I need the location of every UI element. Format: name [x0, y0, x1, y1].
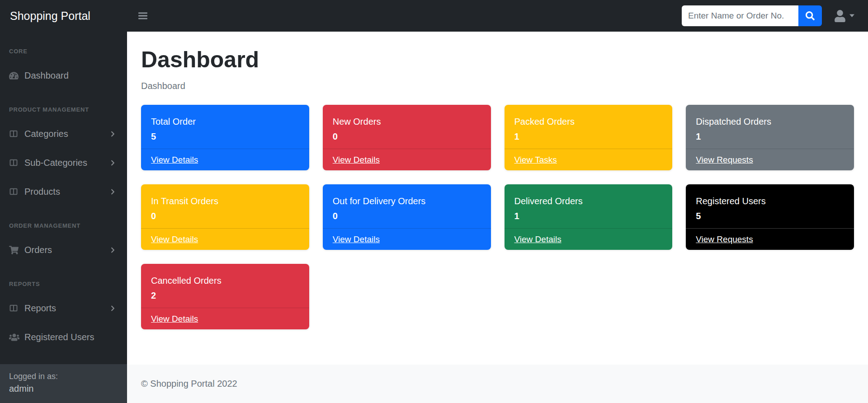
card-title: In Transit Orders: [151, 196, 299, 207]
card-body: In Transit Orders 0: [141, 184, 309, 228]
sidebar-item-label: Registered Users: [24, 332, 94, 342]
sidebar-item-label: Reports: [24, 303, 56, 314]
view-details-link[interactable]: View Details: [151, 234, 198, 244]
bars-icon: [138, 12, 148, 20]
main-area: Dashboard Dashboard Total Order 5 View D…: [127, 0, 868, 403]
user-dropdown[interactable]: [835, 10, 854, 22]
card-value: 0: [333, 211, 481, 221]
search-icon: [806, 11, 815, 20]
chevron-right-icon: [109, 188, 116, 195]
search-button[interactable]: [798, 5, 822, 26]
card-packed-orders: Packed Orders 1 View Tasks: [505, 105, 673, 170]
user-icon: [835, 10, 845, 22]
summary-cards-grid: Total Order 5 View Details New Orders 0 …: [141, 105, 854, 329]
chevron-right-icon: [109, 247, 116, 253]
card-cancelled-orders: Cancelled Orders 2 View Details: [141, 264, 309, 329]
card-footer: View Requests: [686, 149, 854, 170]
card-value: 1: [696, 131, 844, 142]
view-details-link[interactable]: View Details: [514, 234, 561, 244]
navbar-search: [682, 5, 822, 26]
card-title: Packed Orders: [514, 116, 663, 127]
sidebar-item-label: Categories: [24, 129, 68, 139]
card-value: 1: [514, 211, 663, 221]
card-in-transit-orders: In Transit Orders 0 View Details: [141, 184, 309, 250]
sidebar-item-dashboard[interactable]: Dashboard: [0, 61, 127, 90]
card-body: Total Order 5: [141, 105, 309, 149]
card-body: Out for Delivery Orders 0: [323, 184, 491, 228]
card-value: 0: [333, 131, 481, 142]
card-new-orders: New Orders 0 View Details: [323, 105, 491, 170]
sidebar-heading-product-management: PRODUCT MANAGEMENT: [0, 90, 127, 119]
sidebar-footer: Logged in as: admin: [0, 364, 127, 403]
sidebar-item-sub-categories[interactable]: Sub-Categories: [0, 148, 127, 177]
card-title: Out for Delivery Orders: [333, 196, 481, 207]
breadcrumb: Dashboard: [141, 80, 854, 91]
card-title: Delivered Orders: [514, 196, 663, 207]
card-footer: View Details: [505, 228, 673, 250]
table-icon: [9, 129, 24, 138]
card-delivered-orders: Delivered Orders 1 View Details: [505, 184, 673, 250]
table-icon: [9, 158, 24, 167]
card-value: 0: [151, 211, 299, 221]
sidebar-item-label: Dashboard: [24, 70, 69, 81]
cart-icon: [9, 246, 24, 254]
card-value: 2: [151, 291, 299, 301]
view-details-link[interactable]: View Details: [333, 234, 380, 244]
view-details-link[interactable]: View Details: [333, 155, 380, 165]
page-title: Dashboard: [141, 47, 854, 72]
sidebar-heading-reports: REPORTS: [0, 264, 127, 294]
card-title: Total Order: [151, 116, 299, 127]
card-footer: View Tasks: [505, 149, 673, 170]
card-title: Cancelled Orders: [151, 275, 299, 286]
view-tasks-link[interactable]: View Tasks: [514, 155, 557, 165]
sidebar-item-products[interactable]: Products: [0, 177, 127, 206]
logged-in-username: admin: [9, 382, 118, 395]
sidebar-heading-core: CORE: [0, 32, 127, 61]
sidebar-item-reports[interactable]: Reports: [0, 294, 127, 323]
logged-in-as-label: Logged in as:: [9, 371, 118, 382]
card-footer: View Requests: [686, 228, 854, 250]
card-footer: View Details: [141, 149, 309, 170]
table-icon: [9, 187, 24, 196]
card-footer: View Details: [141, 308, 309, 329]
main-content: Dashboard Dashboard Total Order 5 View D…: [127, 32, 868, 365]
card-value: 1: [514, 131, 663, 142]
sidebar-menu: CORE Dashboard PRODUCT MANAGEMENT Catego…: [0, 32, 127, 364]
sidebar-toggle-button[interactable]: [135, 9, 151, 23]
sidebar: CORE Dashboard PRODUCT MANAGEMENT Catego…: [0, 32, 127, 403]
caret-down-icon: [849, 14, 854, 18]
sidebar-item-label: Products: [24, 187, 60, 197]
card-value: 5: [696, 211, 844, 221]
sidebar-item-label: Sub-Categories: [24, 158, 87, 168]
brand-title[interactable]: Shopping Portal: [0, 0, 127, 32]
tachometer-icon: [9, 71, 24, 80]
card-body: New Orders 0: [323, 105, 491, 149]
table-icon: [9, 304, 24, 313]
page-footer: © Shopping Portal 2022: [127, 365, 868, 403]
view-requests-link[interactable]: View Requests: [696, 155, 753, 165]
card-dispatched-orders: Dispatched Orders 1 View Requests: [686, 105, 854, 170]
sidebar-item-registered-users[interactable]: Registered Users: [0, 323, 127, 351]
chevron-right-icon: [109, 131, 116, 137]
top-navbar: Shopping Portal: [0, 0, 868, 32]
sidebar-item-label: Orders: [24, 245, 52, 255]
view-details-link[interactable]: View Details: [151, 314, 198, 324]
sidebar-item-categories[interactable]: Categories: [0, 119, 127, 148]
card-footer: View Details: [323, 228, 491, 250]
sidebar-heading-order-management: ORDER MANAGEMENT: [0, 206, 127, 235]
card-title: Registered Users: [696, 196, 844, 207]
card-footer: View Details: [141, 228, 309, 250]
search-input[interactable]: [682, 5, 798, 26]
card-body: Registered Users 5: [686, 184, 854, 228]
card-body: Dispatched Orders 1: [686, 105, 854, 149]
view-requests-link[interactable]: View Requests: [696, 234, 753, 244]
sidebar-item-orders[interactable]: Orders: [0, 235, 127, 264]
card-footer: View Details: [323, 149, 491, 170]
card-title: Dispatched Orders: [696, 116, 844, 127]
card-body: Cancelled Orders 2: [141, 264, 309, 308]
chevron-right-icon: [109, 159, 116, 166]
card-total-order: Total Order 5 View Details: [141, 105, 309, 170]
card-title: New Orders: [333, 116, 481, 127]
view-details-link[interactable]: View Details: [151, 155, 198, 165]
card-body: Packed Orders 1: [505, 105, 673, 149]
